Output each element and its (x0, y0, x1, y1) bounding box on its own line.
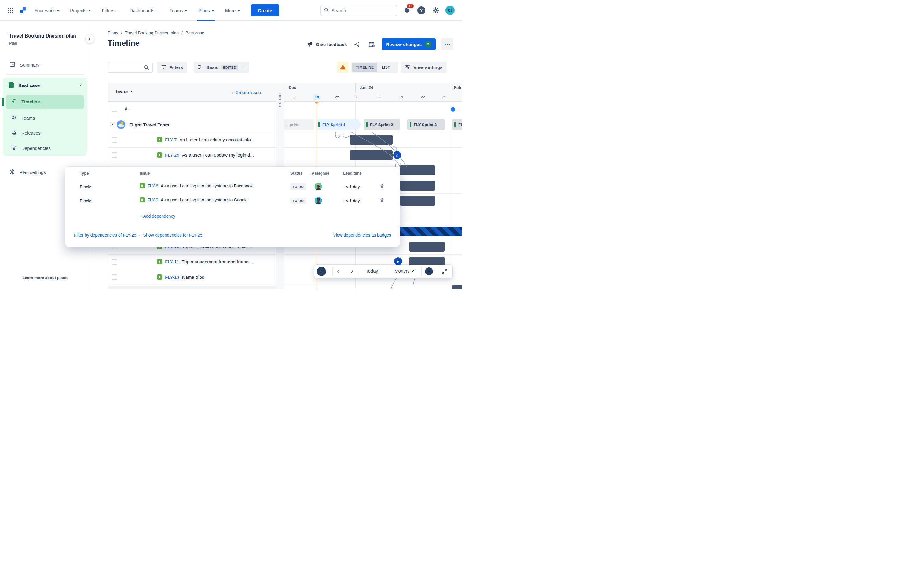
issue-row-fly-11[interactable]: FLY-11 Trip management frontend frame... (157, 259, 252, 264)
delete-dependency-trash-icon[interactable] (380, 198, 385, 204)
assignee-avatar[interactable] (315, 183, 322, 190)
issue-key[interactable]: FLY-7 (165, 137, 177, 142)
dependency-issue-fly-6[interactable]: FLY-6 As a user I can log into the syste… (140, 183, 253, 189)
issue-key[interactable]: FLY-11 (165, 259, 179, 264)
info-icon[interactable] (425, 268, 433, 276)
view-mode-button[interactable]: Basic EDITED (194, 62, 249, 73)
sidebar-item-dependencies[interactable]: Dependencies (11, 145, 51, 152)
user-avatar[interactable]: CJ (446, 6, 455, 15)
toggle-timeline[interactable]: TIMELINE (352, 63, 377, 72)
create-issue-button[interactable]: + Create issue (231, 90, 261, 95)
sidebar-item-teams[interactable]: Teams (11, 114, 35, 121)
settings-gear-icon[interactable] (431, 6, 440, 15)
gantt-bar-fly-7[interactable] (350, 135, 393, 145)
sidebar-collapse-button[interactable] (86, 34, 94, 43)
gantt-bar-hidden-row[interactable] (400, 196, 435, 206)
milestone-dot[interactable] (451, 107, 455, 112)
status-badge[interactable]: TO DO (290, 184, 306, 190)
sidebar-item-releases[interactable]: Releases (11, 129, 40, 137)
learn-more-link[interactable]: Learn more about plans (0, 276, 90, 280)
sprint-bar-fly-sprint-1[interactable]: FLY Sprint 1 (316, 119, 361, 130)
help-icon[interactable]: ? (417, 6, 426, 15)
give-feedback-button[interactable]: Give feedback (307, 40, 347, 48)
nav-item-projects[interactable]: Projects (66, 0, 95, 21)
sidebar-item-plan-settings[interactable]: Plan settings (9, 169, 46, 176)
row-checkbox[interactable] (112, 274, 117, 280)
notifications-bell-icon[interactable]: 9+ (402, 6, 412, 15)
story-type-icon (157, 259, 162, 264)
expand-all-button[interactable] (317, 267, 326, 276)
scroll-left-button[interactable] (337, 269, 341, 273)
dependency-link-icon[interactable] (393, 151, 401, 159)
notifications-count-badge: 9+ (406, 3, 414, 9)
gantt-bar-striped[interactable] (400, 227, 462, 236)
issue-title: As a user I can update my login d... (182, 152, 254, 158)
issue-key[interactable]: FLY-9 (147, 198, 158, 202)
nav-item-plans[interactable]: Plans (194, 0, 218, 21)
more-actions-button[interactable] (441, 39, 454, 50)
issue-row-fly-7[interactable]: FLY-7 As I user I can edit my account in… (157, 137, 251, 142)
month-label-dec: Dec (289, 85, 296, 90)
expand-chevron-icon[interactable] (110, 122, 113, 126)
scenario-header-best-case[interactable]: Best case (8, 82, 81, 88)
share-icon[interactable] (352, 40, 362, 49)
sidebar-item-summary[interactable]: Summary (9, 61, 39, 68)
nav-item-filters[interactable]: Filters (98, 0, 123, 21)
sprint-bar-clipped[interactable]: ...print (284, 119, 314, 130)
issue-column-header[interactable]: Issue (116, 89, 132, 94)
filters-button[interactable]: Filters (157, 62, 187, 73)
nav-item-your-work[interactable]: Your work (31, 0, 63, 21)
zoom-level-dropdown[interactable]: Months (394, 268, 414, 274)
dependency-link-icon[interactable] (394, 257, 402, 265)
sprint-bar-fly-sprint-2[interactable]: FLY Sprint 2 (363, 119, 400, 130)
gantt-bar-clipped[interactable] (452, 285, 462, 288)
show-dependencies-link[interactable]: Show dependencies for FLY-25 (143, 233, 203, 237)
issue-row-fly-25[interactable]: FLY-25 As a user I can update my login d… (157, 152, 254, 158)
issue-key[interactable]: FLY-6 (147, 184, 158, 189)
sprint-bar-fly-sprint-3[interactable]: FLY Sprint 3 (407, 119, 445, 130)
breadcrumb-plan-name[interactable]: Travel Booking Division plan (125, 31, 179, 35)
date-tick: 29 (441, 94, 448, 100)
add-dependency-link[interactable]: + Add dependency (140, 214, 175, 219)
gantt-bar-fly-25[interactable] (350, 150, 393, 160)
plan-search-input[interactable] (108, 62, 153, 73)
nav-item-more[interactable]: More (221, 0, 244, 21)
scroll-right-button[interactable] (349, 269, 353, 273)
filter-by-dependencies-link[interactable]: Filter by dependencies of FLY-25 (74, 233, 136, 237)
breadcrumb-scenario[interactable]: Best case (186, 31, 204, 35)
nav-item-dashboards[interactable]: Dashboards (126, 0, 163, 21)
issue-row-fly-13[interactable]: FLY-13 Name trips (157, 274, 204, 280)
add-to-calendar-icon[interactable] (367, 40, 376, 49)
dependency-issue-fly-9[interactable]: FLY-9 As a user I can log into the syste… (140, 197, 248, 202)
row-checkbox[interactable] (112, 137, 117, 143)
breadcrumb-plans[interactable]: Plans (108, 31, 118, 35)
nav-item-teams[interactable]: Teams (166, 0, 191, 21)
toggle-list[interactable]: LIST (378, 63, 394, 72)
sprint-bar-clipped-right[interactable]: FLY Sprin (452, 119, 462, 130)
app-switcher-icon[interactable] (6, 6, 15, 15)
warning-button[interactable] (337, 62, 349, 73)
assignee-avatar[interactable] (315, 197, 322, 204)
view-dependencies-as-badges-link[interactable]: View dependencies as badges (333, 233, 391, 237)
fullscreen-icon[interactable] (441, 268, 448, 276)
gantt-bar-hidden-row[interactable] (400, 181, 435, 190)
row-checkbox[interactable] (112, 259, 117, 265)
global-search[interactable] (320, 5, 397, 16)
row-checkbox[interactable] (112, 106, 117, 112)
create-button[interactable]: Create (251, 4, 279, 16)
view-settings-button[interactable]: View settings (401, 62, 447, 73)
row-checkbox[interactable] (112, 152, 117, 158)
today-button[interactable]: Today (366, 268, 378, 274)
issue-key[interactable]: FLY-25 (165, 152, 179, 158)
issue-key[interactable]: FLY-13 (165, 274, 179, 280)
status-badge[interactable]: TO DO (290, 198, 306, 204)
team-row[interactable]: Flight Travel Team (111, 120, 169, 129)
sidebar-item-timeline[interactable]: Timeline (11, 98, 40, 105)
jira-logo-icon[interactable] (18, 6, 27, 15)
gantt-bar-fly-16[interactable] (409, 242, 444, 251)
horizontal-scrollbar[interactable] (108, 286, 276, 288)
search-input[interactable] (331, 8, 389, 13)
review-changes-button[interactable]: Review changes 2 (382, 39, 436, 50)
gantt-bar-hidden-row[interactable] (400, 166, 435, 175)
delete-dependency-trash-icon[interactable] (380, 184, 385, 190)
